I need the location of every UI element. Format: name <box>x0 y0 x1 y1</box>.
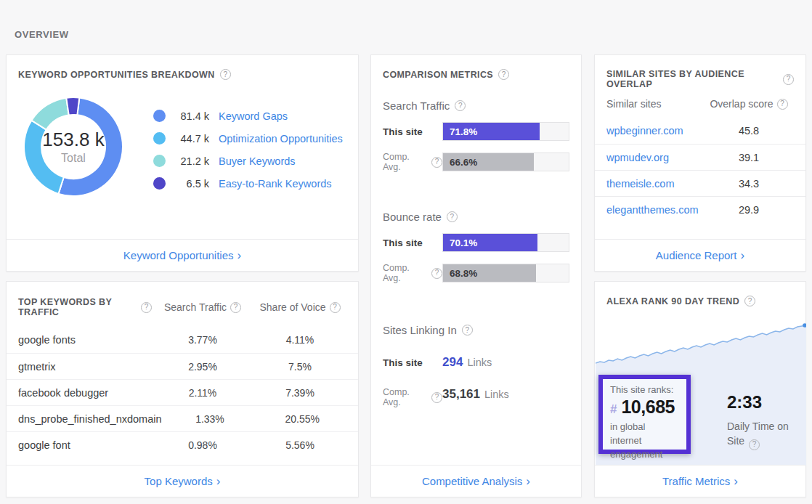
table-row: wpbeginner.com45.8 <box>595 118 805 144</box>
bar-track: 68.8% <box>442 264 569 283</box>
card-title: SIMILAR SITES BY AUDIENCE OVERLAP ? <box>595 55 805 89</box>
page-title: OVERVIEW <box>15 29 69 40</box>
metric-label-bounce-rate: Bounce rate ? <box>383 211 569 223</box>
overlap-score-cell: 34.3 <box>704 178 794 190</box>
table-row: google fonts3.77%4.11% <box>7 327 358 353</box>
help-icon[interactable]: ? <box>141 302 152 313</box>
row-label: This site <box>383 237 442 248</box>
help-icon[interactable]: ? <box>431 392 442 403</box>
keyword-opportunities-link[interactable]: Keyword Opportunities › <box>123 249 241 261</box>
card-title: ALEXA RANK 90 DAY TREND ? <box>595 282 805 306</box>
legend-dot-icon <box>153 155 166 167</box>
legend-label-link[interactable]: Optimization Opportunities <box>219 133 343 145</box>
help-icon[interactable]: ? <box>462 325 473 336</box>
card-footer: Keyword Opportunities › <box>7 239 358 271</box>
bar-fill: 71.8% <box>443 123 540 140</box>
table-row: dns_probe_finished_nxdomain1.33%20.55% <box>7 405 358 431</box>
donut-total-caption: Total <box>61 152 86 165</box>
legend-item: 81.4 kKeyword Gaps <box>153 105 343 127</box>
help-icon[interactable]: ? <box>431 157 442 168</box>
help-icon[interactable]: ? <box>447 211 458 222</box>
rank-trend-area: This site ranks: # 10,685 in global inte… <box>596 312 805 465</box>
links-count: 294 <box>442 355 463 370</box>
bar-row-comp-avg: Comp. Avg. ? 66.6% <box>383 152 569 172</box>
help-icon[interactable]: ? <box>431 268 442 279</box>
overlap-score-cell: 29.9 <box>704 204 794 216</box>
metric-label-sites-linking-in: Sites Linking In ? <box>383 324 569 336</box>
legend-label-link[interactable]: Keyword Gaps <box>219 110 288 122</box>
audience-report-link[interactable]: Audience Report › <box>656 249 744 261</box>
table-row: themeisle.com34.3 <box>595 170 805 196</box>
similar-site-link[interactable]: wpbeginner.com <box>606 125 704 137</box>
column-header-share-of-voice: Share of Voice ? <box>253 301 346 313</box>
help-icon[interactable]: ? <box>498 69 509 80</box>
overview-dashboard: OVERVIEW KEYWORD OPPORTUNITIES BREAKDOWN… <box>0 0 812 504</box>
bar-track: 70.1% <box>442 233 569 252</box>
legend-item: 21.2 kBuyer Keywords <box>153 150 343 172</box>
help-icon[interactable]: ? <box>744 296 755 306</box>
table-row: gtmetrix2.95%7.5% <box>7 353 358 379</box>
row-label: Comp. Avg. ? <box>383 263 442 283</box>
similar-site-link[interactable]: themeisle.com <box>606 178 704 190</box>
share-of-voice-cell: 20.55% <box>258 413 346 425</box>
keyword-cell: google fonts <box>18 334 152 346</box>
legend-item: 44.7 kOptimization Opportunities <box>153 127 343 150</box>
help-icon[interactable]: ? <box>455 100 466 111</box>
help-icon[interactable]: ? <box>749 439 760 450</box>
metric-label-search-traffic: Search Traffic ? <box>383 99 569 112</box>
table-row: wpmudev.org39.1 <box>595 144 805 170</box>
donut-total-value: 153.8 k <box>42 129 104 151</box>
legend-value: 21.2 k <box>174 155 209 167</box>
rank-line: # 10,685 <box>610 397 679 418</box>
bar-fill: 68.8% <box>443 264 536 282</box>
share-of-voice-cell: 4.11% <box>253 334 346 346</box>
similar-sites-card: SIMILAR SITES BY AUDIENCE OVERLAP ? Simi… <box>594 54 806 272</box>
legend-label-link[interactable]: Easy-to-Rank Keywords <box>219 178 332 190</box>
legend-value: 44.7 k <box>174 133 209 145</box>
similar-site-link[interactable]: elegantthemes.com <box>606 204 704 216</box>
card-footer: Audience Report › <box>595 239 805 271</box>
share-of-voice-cell: 7.5% <box>253 361 346 373</box>
rank-value: 10,685 <box>621 397 674 418</box>
search-traffic-cell: 0.98% <box>152 439 253 451</box>
traffic-metrics-link[interactable]: Traffic Metrics › <box>662 475 738 487</box>
bar-fill: 70.1% <box>443 234 537 251</box>
help-icon[interactable]: ? <box>220 69 231 80</box>
competitive-analysis-link[interactable]: Competitive Analysis › <box>422 475 530 487</box>
share-of-voice-cell: 7.39% <box>253 387 346 399</box>
keyword-cell: dns_probe_finished_nxdomain <box>18 413 162 425</box>
top-keywords-header: TOP KEYWORDS BY TRAFFIC ? Search Traffic… <box>7 282 358 327</box>
search-traffic-cell: 2.11% <box>152 387 253 399</box>
rank-caption: in global internet engagement <box>610 420 679 462</box>
similar-sites-header: Similar sites Overlap score ? <box>595 89 805 118</box>
links-count: 35,161 <box>442 387 480 402</box>
help-icon[interactable]: ? <box>783 74 794 85</box>
top-keywords-link[interactable]: Top Keywords › <box>145 475 221 487</box>
table-row: facebook debugger2.11%7.39% <box>7 379 358 405</box>
legend-label-link[interactable]: Buyer Keywords <box>219 155 296 167</box>
help-icon[interactable]: ? <box>777 99 788 110</box>
similar-site-link[interactable]: wpmudev.org <box>606 152 704 163</box>
overlap-score-cell: 45.8 <box>704 125 794 137</box>
row-label: This site <box>383 126 442 137</box>
legend-dot-icon <box>153 110 166 122</box>
links-row-comp-avg: Comp. Avg. ? 35,161 Links <box>383 387 569 407</box>
chevron-right-icon: › <box>216 475 221 487</box>
top-keywords-card: TOP KEYWORDS BY TRAFFIC ? Search Traffic… <box>6 281 359 497</box>
card-title: TOP KEYWORDS BY TRAFFIC ? <box>18 297 152 317</box>
links-row-this-site: This site 294 Links <box>383 355 569 370</box>
card-footer: Competitive Analysis › <box>371 465 581 497</box>
card-title: COMPARISON METRICS ? <box>371 55 581 80</box>
card-footer: Traffic Metrics › <box>595 465 805 497</box>
chevron-right-icon: › <box>741 249 745 261</box>
similar-sites-rows: wpbeginner.com45.8wpmudev.org39.1themeis… <box>595 118 805 222</box>
share-of-voice-cell: 5.56% <box>253 439 346 451</box>
help-icon[interactable]: ? <box>330 302 341 313</box>
card-footer: Top Keywords › <box>7 465 358 497</box>
rank-highlight-box: This site ranks: # 10,685 in global inte… <box>598 375 691 454</box>
daily-time-caption: Daily Time on Site ? <box>727 419 804 450</box>
bar-track: 71.8% <box>442 122 569 141</box>
chevron-right-icon: › <box>237 249 242 261</box>
help-icon[interactable]: ? <box>230 302 241 313</box>
row-label: Comp. Avg. ? <box>383 152 442 172</box>
